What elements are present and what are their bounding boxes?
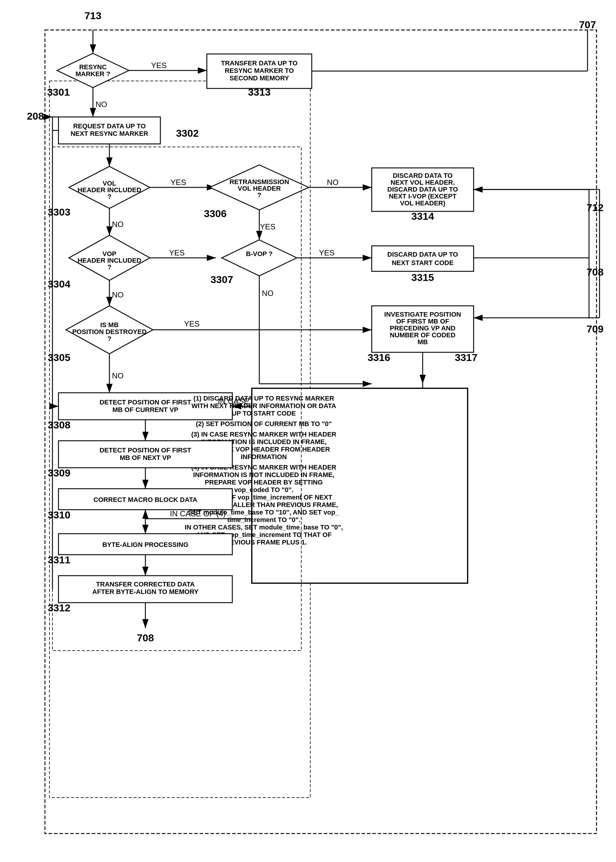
big-box-text16: time_increment TO "0". [227,516,300,524]
big-box-text3: UP TO START CODE [232,409,296,417]
box-discard-start [372,246,474,271]
ref-3314: 3314 [411,211,434,222]
retrans-text3: ? [257,191,261,199]
discard-start-text1: DISCARD DATA UP TO [387,251,458,258]
investigate-text2: OF FIRST MB OF [396,318,449,325]
label-no-retrans: NO [327,178,339,187]
ref-3316: 3316 [368,352,390,363]
ref-208: 208 [27,110,44,122]
mb-text1: IS MB [100,321,118,329]
transfer-text1: TRANSFER DATA UP TO [221,59,297,67]
vol-text3: ? [107,193,111,200]
ref-3301: 3301 [47,87,70,98]
label-no-mb: NO [112,371,124,380]
big-box-text1: (1) DISCARD DATA UP TO RESYNC MARKER [193,395,334,402]
discard-vol-text3: DISCARD DATA UP TO [387,186,458,193]
ref-3313: 3313 [248,87,271,98]
ref-708-bottom: 708 [137,632,154,643]
ref-3312: 3312 [48,602,71,613]
detect-current-text2: MB OF CURRENT VP [112,406,178,414]
byte-align-text: BYTE-ALIGN PROCESSING [102,541,188,548]
ref-3303: 3303 [48,206,71,218]
investigate-text1: INVESTIGATE POSITION [384,311,461,318]
discard-vol-text4: NEXT I-VOP (EXCEPT [389,192,457,200]
big-box-text12: vop_coded TO "0". [234,486,294,494]
big-box-text10: INFORMATION IS NOT INCLUDED IN FRAME, [193,471,334,478]
label-case4: IN CASE OF (4) [170,509,226,518]
label-yes-bvop: YES [319,248,335,257]
investigate-text4: NUMBER OF CODED [390,331,456,339]
ref-3307: 3307 [211,274,233,285]
detect-next-text1: DETECT POSITION OF FIRST [99,447,191,454]
discard-vol-text1: DISCARD DATA TO [393,172,453,179]
big-box-text4: (2) SET POSITION OF CURRENT MB TO "0" [196,420,332,428]
label-no-vol: NO [112,220,124,229]
ref-3311: 3311 [48,554,71,565]
transfer-text3: SECOND MEMORY [229,74,289,82]
discard-start-text2: NEXT START CODE [392,259,454,267]
big-box-text11: PREPARE VOP HEADER BY SETTING [205,478,323,486]
ref-708-upper: 708 [587,266,604,278]
label-yes-resync: YES [151,61,167,70]
label-yes-retrans: YES [260,222,275,231]
big-box-text17: IN OTHER CASES, SET module_time_base TO … [185,524,343,531]
transfer-text2: RESYNC MARKER TO [225,67,294,74]
diagram-container: 707 713 208 RESYNC MARKER ? 3301 YES NO … [0,0,616,862]
ref-3304: 3304 [48,278,71,289]
resync-marker-text2: MARKER ? [75,70,110,78]
transfer-corrected-text1: TRANSFER CORRECTED DATA [96,580,195,588]
ref-3305: 3305 [48,352,71,363]
ref-713: 713 [85,10,102,21]
mb-text2: POSITION DESTROYED [72,328,146,335]
request-text2: NEXT RESYNC MARKER [71,130,148,137]
investigate-text3: PRECEDING VP AND [390,324,456,332]
resync-marker-text1: RESYNC [79,63,107,71]
ref-3302: 3302 [176,127,199,139]
label-no-bvop: NO [262,289,274,298]
label-yes-vop: YES [169,248,185,257]
ref-3315: 3315 [411,272,434,283]
label-yes-vol: YES [171,178,186,187]
label-yes-mb: YES [184,319,200,328]
ref-3306: 3306 [204,208,226,219]
correct-macro-text: CORRECT MACRO BLOCK DATA [94,496,197,503]
ref-707: 707 [579,19,596,30]
big-box-text2: WITH NEXT HEADER INFORMATION OR DATA [192,402,336,409]
big-box-text5: (3) IN CASE RESYNC MARKER WITH HEADER [191,431,336,438]
ref-3308: 3308 [48,419,71,431]
discard-vol-text2: NEXT VOL HEADER. [391,179,455,186]
mb-text3: ? [107,335,111,342]
request-text1: REQUEST DATA UP TO [73,122,146,130]
ref-709: 709 [587,323,604,335]
discard-vol-text5: VOL HEADER) [400,200,445,207]
detect-next-text2: MB OF NEXT VP [119,454,171,461]
vop-text3: ? [107,263,111,271]
big-box-text8: INFORMATION [241,453,287,461]
detect-current-text1: DETECT POSITION OF FIRST [99,398,191,406]
diamond-bvop [222,240,297,276]
transfer-corrected-text2: AFTER BYTE-ALIGN TO MEMORY [92,588,199,595]
label-no-resync: NO [96,100,107,109]
investigate-text5: MB [418,338,428,346]
ref-3317: 3317 [455,352,478,363]
bvop-text1: B-VOP ? [246,250,273,258]
big-box-text19: PREVIOUS FRAME PLUS 1. [221,538,306,546]
label-no-vop: NO [112,290,124,299]
ref-3309: 3309 [48,467,71,478]
ref-3310: 3310 [48,509,71,521]
